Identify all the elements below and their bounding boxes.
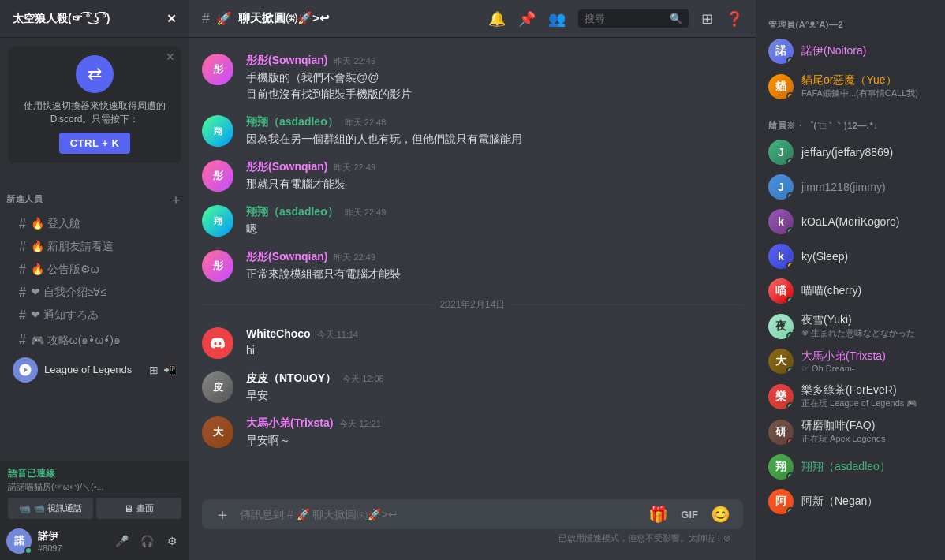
message-input[interactable]	[240, 499, 639, 529]
message-content: 大馬小弟(Trixsta) 今天 12:21 早安啊～	[246, 416, 743, 449]
search-box[interactable]: 🔍	[578, 9, 689, 28]
channel-item-announcements[interactable]: # 🔥 公告版⚙︎ω	[6, 259, 183, 281]
member-status	[786, 402, 794, 409]
member-status	[786, 332, 794, 339]
member-info: 樂多綠茶(ForEveR) 正在玩 League of Legends 🎮	[801, 383, 932, 409]
message-group: 皮 皮皮（NTOuOY） 今天 12:06 早安	[202, 368, 743, 407]
member-item-xueyu[interactable]: 夜 夜雪(Yuki) ❄ 生まれた意味などなかった	[762, 308, 939, 344]
member-sub: ☞ Oh Dream-	[801, 364, 932, 374]
member-name: ky(Sleep)	[801, 250, 932, 263]
message-text: 目前也沒有找到能裝手機版的影片	[246, 86, 743, 103]
main-content: # 🚀 聊天掀圓㈸🚀>↩ 🔔 📌 👥 🔍 ⊞ ❓ 彤 彤彤(Sownqian)	[189, 0, 756, 560]
lol-server-item[interactable]: League of Legends ⊞ 📲	[6, 353, 183, 386]
member-item-ky[interactable]: k ky(Sleep)	[762, 239, 939, 274]
add-attachment-button[interactable]: ＋	[211, 501, 233, 528]
member-status	[786, 297, 794, 304]
member-item-yanjiao[interactable]: 研 研磨咖啡(FAQ) 正在玩 Apex Legends	[762, 414, 939, 450]
member-avatar: k	[768, 209, 794, 234]
gif-button[interactable]: GIF	[678, 506, 701, 524]
member-item-jeffary[interactable]: J jeffary(jeffary8869)	[762, 135, 939, 170]
quick-switcher-close[interactable]: ✕	[166, 50, 175, 63]
date-divider: 2021年2月14日	[202, 286, 743, 324]
channel-item-guide[interactable]: # 🎮 攻略ω(๑•̀ω•́)๑	[6, 327, 183, 353]
member-item-maowei[interactable]: 貓 貓尾or惡魔（Yue） FAFA鍛鍊中...(有事情CALL我)	[762, 69, 939, 104]
message-header: 翔翔（asdadleo） 昨天 22:48	[246, 115, 743, 129]
quick-switcher-button[interactable]: CTRL + K	[59, 133, 131, 154]
member-item-xiang[interactable]: 翔 翔翔（asdadleo）	[762, 450, 939, 484]
member-item-lddlc[interactable]: 樂 樂多綠茶(ForEveR) 正在玩 League of Legends 🎮	[762, 379, 939, 414]
message-text: hi	[246, 342, 743, 359]
member-sidebar: 管理員(α°ᴥ°α)—2 諾 諾伊(Noitora) 貓 貓尾or惡魔（Yue）…	[756, 0, 945, 560]
member-sub: 正在玩 League of Legends 🎮	[801, 398, 932, 409]
lol-action-icon1[interactable]: ⊞	[149, 364, 159, 376]
member-item-koala[interactable]: k kOaLA(MoriKogoro)	[762, 204, 939, 239]
server-header[interactable]: 太空狼人殺(☞ ͡° ͜ʖ ͡°) ✕	[0, 0, 189, 38]
deafen-button[interactable]: 🎧	[136, 530, 158, 552]
channel-hash-icon: #	[19, 286, 26, 300]
channel-item-new-friends[interactable]: # 🔥 新朋友請看這	[6, 236, 183, 258]
channel-item-login[interactable]: # 🔥 登入艙	[6, 213, 183, 235]
message-author: 大馬小弟(Trixsta)	[246, 416, 333, 431]
member-name: 研磨咖啡(FAQ)	[801, 419, 932, 433]
member-item-axin[interactable]: 阿 阿新（Negan）	[762, 484, 939, 519]
member-avatar: 阿	[768, 489, 794, 514]
message-avatar: 翔	[202, 205, 233, 237]
member-info: 諾伊(Noitora)	[801, 44, 932, 58]
member-item-dama[interactable]: 大 大馬小弟(Trixsta) ☞ Oh Dream-	[762, 344, 939, 379]
member-info: 翔翔（asdadleo）	[801, 460, 932, 474]
member-status	[786, 507, 794, 514]
lol-action-icon2[interactable]: 📲	[163, 364, 177, 376]
user-discriminator: #8097	[38, 543, 104, 553]
member-avatar: 貓	[768, 74, 794, 99]
channel-hash-icon: #	[19, 308, 26, 323]
member-item-noyi[interactable]: 諾 諾伊(Noitora)	[762, 34, 939, 69]
lol-server-avatar	[13, 357, 38, 383]
message-author: WhiteChoco	[246, 327, 311, 340]
member-avatar: J	[768, 140, 794, 165]
message-author: 彤彤(Sownqian)	[246, 54, 327, 68]
quick-switcher-text: 使用快速切換器來快速取得周遭的 Discord。只需按下：	[17, 99, 172, 126]
gift-button[interactable]: 🎁	[645, 502, 671, 527]
message-author: 皮皮（NTOuOY）	[246, 371, 336, 386]
message-content: 彤彤(Sownqian) 昨天 22:49 那就只有電腦才能裝	[246, 160, 743, 192]
screen-share-button[interactable]: 🖥 畫面	[96, 498, 181, 519]
member-name: 阿新（Negan）	[801, 495, 932, 509]
member-status	[786, 192, 794, 200]
member-name: 貓尾or惡魔（Yue）	[801, 73, 932, 88]
member-info: 喵喵(cherry)	[801, 284, 932, 298]
pin-button[interactable]: 📌	[518, 10, 536, 28]
messages-container[interactable]: 彤 彤彤(Sownqian) 昨天 22:46 手機版的（我們不會裝@@ 目前也…	[189, 38, 756, 499]
inbox-button[interactable]: ⊞	[701, 10, 713, 28]
category-add-btn[interactable]: ＋	[169, 190, 183, 209]
slow-mode-notice: 已啟用慢速模式，但您不受影響。太師啦！⊘	[202, 529, 743, 547]
channel-item-notify[interactable]: # ❤ 通知すろゐ	[6, 304, 183, 327]
message-avatar-whitechoco	[202, 327, 233, 359]
member-avatar: 諾	[768, 39, 794, 64]
message-avatar: 翔	[202, 115, 233, 147]
bell-button[interactable]: 🔔	[488, 10, 506, 28]
message-content: 皮皮（NTOuOY） 今天 12:06 早安	[246, 371, 743, 404]
channel-rocket-icon: 🚀	[216, 11, 232, 26]
help-button[interactable]: ❓	[726, 10, 743, 28]
channel-hash-icon: #	[19, 333, 26, 347]
message-group: 大 大馬小弟(Trixsta) 今天 12:21 早安啊～	[202, 413, 743, 452]
settings-button[interactable]: ⚙	[161, 530, 183, 552]
message-header: 皮皮（NTOuOY） 今天 12:06	[246, 371, 743, 386]
member-item-miaomiao[interactable]: 喵 喵喵(cherry)	[762, 274, 939, 308]
emoji-button[interactable]: 😊	[708, 502, 734, 527]
members-button[interactable]: 👥	[548, 10, 566, 28]
message-header: 彤彤(Sownqian) 昨天 22:49	[246, 250, 743, 264]
message-text: 手機版的（我們不會裝@@	[246, 69, 743, 86]
video-call-button[interactable]: 📹 📹 視訊通話	[8, 498, 93, 519]
member-avatar: 大	[768, 349, 794, 374]
member-sub: FAFA鍛鍊中...(有事情CALL我)	[801, 88, 932, 99]
message-group: 彤 彤彤(Sownqian) 昨天 22:46 手機版的（我們不會裝@@ 目前也…	[202, 50, 743, 106]
message-timestamp: 今天 11:14	[317, 329, 359, 341]
member-info: jeffary(jeffary8869)	[801, 146, 932, 159]
member-item-jimm[interactable]: J jimm1218(jimmy)	[762, 170, 939, 204]
channel-item-intro[interactable]: # ❤ 自我介紹≥∀≤	[6, 282, 183, 304]
mute-button[interactable]: 🎤	[110, 530, 133, 552]
message-content: WhiteChoco 今天 11:14 hi	[246, 327, 743, 359]
search-input[interactable]	[585, 13, 665, 24]
voice-channel-name: 諾諾喵貓房(☞ω↩)/＼(•...	[8, 481, 181, 493]
